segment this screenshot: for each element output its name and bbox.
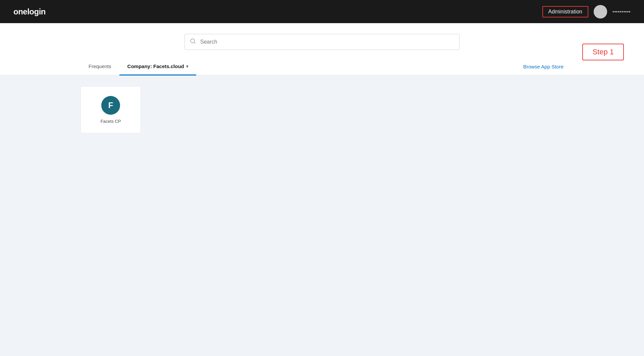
avatar-image — [594, 5, 607, 18]
app-icon: F — [101, 96, 120, 115]
tab-frequents[interactable]: Frequents — [80, 58, 119, 75]
avatar[interactable] — [594, 5, 607, 18]
app-grid: FFacets CP — [80, 86, 564, 133]
tab-company[interactable]: Company: Facets.cloud ▾ — [119, 58, 196, 75]
brand-logo: onelogin — [13, 7, 46, 16]
search-area — [0, 23, 644, 58]
tabs-right: Browse App Store — [523, 64, 564, 69]
tabs-left: Frequents Company: Facets.cloud ▾ — [80, 58, 196, 75]
chevron-down-icon: ▾ — [186, 64, 188, 69]
main-content: FFacets CP — [0, 75, 644, 356]
username-label: •••••••••• — [612, 9, 631, 14]
app-card[interactable]: FFacets CP — [80, 86, 141, 133]
search-input[interactable] — [184, 34, 460, 50]
navbar: onelogin Administration •••••••••• — [0, 0, 644, 23]
tabs-bar: Frequents Company: Facets.cloud ▾ Browse… — [0, 58, 644, 75]
navbar-right: Administration •••••••••• — [542, 5, 631, 18]
browse-app-store-link[interactable]: Browse App Store — [523, 64, 564, 69]
search-container — [184, 34, 460, 50]
app-name: Facets CP — [101, 119, 121, 124]
administration-button[interactable]: Administration — [542, 6, 588, 17]
